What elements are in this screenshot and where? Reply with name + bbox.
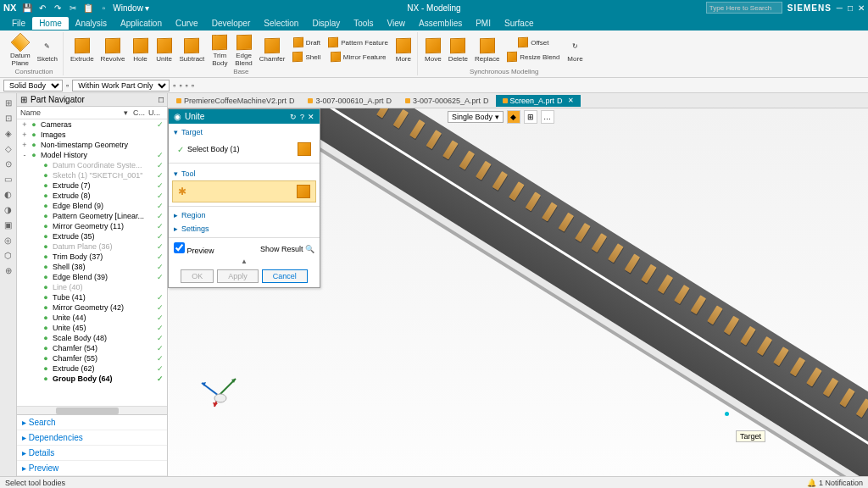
assembly-icon[interactable]: ⊡ xyxy=(3,112,14,124)
tree-node[interactable]: ●Unite (45)✓ xyxy=(17,323,167,333)
rail-icon[interactable]: ⊕ xyxy=(3,264,14,276)
menu-tools[interactable]: Tools xyxy=(347,17,380,30)
collapse-icon[interactable]: ▲ xyxy=(169,258,320,265)
region-header[interactable]: ▸Region xyxy=(169,208,320,222)
ok-button[interactable]: OK xyxy=(181,269,214,283)
rail-icon[interactable]: ◇ xyxy=(3,142,14,154)
chamfer-button[interactable]: Chamfer xyxy=(257,36,288,64)
sketch-button[interactable]: ✎Sketch xyxy=(35,36,60,64)
show-result-button[interactable]: Show Result 🔍 xyxy=(260,245,314,253)
constraint-icon[interactable]: ◈ xyxy=(3,127,14,139)
accordion-dependencies[interactable]: ▸ Dependencies xyxy=(17,430,167,446)
shell-button[interactable]: Shell xyxy=(289,50,323,64)
menu-file[interactable]: File xyxy=(5,17,32,30)
help-icon[interactable]: ? xyxy=(300,113,304,121)
unite-button[interactable]: Unite xyxy=(153,36,175,64)
sel-icon[interactable]: ▫ xyxy=(173,81,175,90)
bell-icon[interactable]: 🔔 xyxy=(807,479,816,487)
resize-blend-button[interactable]: Resize Blend xyxy=(504,50,562,64)
vp-btn[interactable]: ◆ xyxy=(507,110,520,124)
subtract-button[interactable]: Subtract xyxy=(177,36,208,64)
view-triad[interactable] xyxy=(198,366,240,408)
move-button[interactable]: Move xyxy=(422,36,444,64)
rail-icon[interactable]: ▣ xyxy=(3,219,14,230)
pin-icon[interactable]: □ xyxy=(159,95,164,104)
draft-button[interactable]: Draft xyxy=(289,36,323,50)
horizontal-scrollbar[interactable] xyxy=(17,406,167,414)
edge-blend-button[interactable]: Edge Blend xyxy=(232,33,254,68)
close-icon[interactable]: ✕ xyxy=(858,3,865,13)
settings-header[interactable]: ▸Settings xyxy=(169,222,320,236)
tree-node[interactable]: ●Extrude (7)✓ xyxy=(17,180,167,191)
tree-node[interactable]: ●Edge Blend (39)✓ xyxy=(17,272,167,282)
type-filter-select[interactable]: Solid Body xyxy=(3,80,63,92)
tree-node[interactable]: ●Trim Body (37)✓ xyxy=(17,252,167,262)
expand-icon[interactable]: - xyxy=(20,151,29,159)
tree-node[interactable]: ●Datum Plane (36)✓ xyxy=(17,241,167,252)
mirror-feature-button[interactable]: Mirror Feature xyxy=(325,50,391,64)
cut-icon[interactable]: ✂ xyxy=(67,2,79,14)
preview-checkbox[interactable]: Preview xyxy=(174,242,214,255)
menu-developer[interactable]: Developer xyxy=(205,17,258,30)
menu-assemblies[interactable]: Assemblies xyxy=(412,17,469,30)
selection-filter-select[interactable]: Single Body ▾ xyxy=(448,111,504,123)
tree-node[interactable]: ●Sketch (1) "SKETCH_001"✓ xyxy=(17,170,167,180)
tree-node[interactable]: ●Extrude (35)✓ xyxy=(17,231,167,241)
menu-selection[interactable]: Selection xyxy=(257,17,305,30)
window-menu[interactable]: Window ▾ xyxy=(113,3,149,13)
navigator-tree[interactable]: +●Cameras✓+●Images+●Non-timestamp Geomet… xyxy=(17,119,167,406)
trim-body-button[interactable]: Trim Body xyxy=(209,33,231,68)
scope-select[interactable]: Within Work Part Only xyxy=(72,80,170,92)
tool-group-header[interactable]: ▾Tool xyxy=(169,167,320,180)
rail-icon[interactable]: ◎ xyxy=(3,234,14,246)
menu-surface[interactable]: Surface xyxy=(498,17,540,30)
offset-button[interactable]: Offset xyxy=(504,36,562,50)
delete-button[interactable]: Delete xyxy=(446,36,470,64)
tree-node[interactable]: ●Unite (44)✓ xyxy=(17,313,167,323)
rail-icon[interactable]: ◑ xyxy=(3,203,14,215)
expand-icon[interactable]: + xyxy=(20,130,29,139)
revolve-button[interactable]: Revolve xyxy=(98,36,128,64)
apply-button[interactable]: Apply xyxy=(217,269,259,283)
tree-node[interactable]: ●Datum Coordinate Syste...✓ xyxy=(17,160,167,170)
rail-icon[interactable]: ◐ xyxy=(3,188,14,200)
filter-icon[interactable]: ▫ xyxy=(66,81,69,90)
tree-node[interactable]: ●Extrude (8)✓ xyxy=(17,191,167,201)
tree-node[interactable]: +●Images xyxy=(17,130,167,140)
target-group-header[interactable]: ▾Target xyxy=(169,125,320,139)
tree-node[interactable]: ●Mirror Geometry (42)✓ xyxy=(17,302,167,313)
rail-icon[interactable]: ⬡ xyxy=(3,249,14,261)
accordion-preview[interactable]: ▸ Preview xyxy=(17,461,167,476)
more-base-button[interactable]: More xyxy=(392,36,415,64)
menu-home[interactable]: Home xyxy=(32,17,69,30)
copy-icon[interactable]: 📋 xyxy=(82,2,94,14)
expand-icon[interactable]: + xyxy=(20,120,29,129)
extrude-button[interactable]: Extrude xyxy=(68,36,97,64)
accordion-search[interactable]: ▸ Search xyxy=(17,415,167,430)
tree-node[interactable]: ●Edge Blend (9)✓ xyxy=(17,201,167,211)
redo-icon[interactable]: ↷ xyxy=(52,2,64,14)
rail-icon[interactable]: ▭ xyxy=(3,173,14,185)
target-select-row[interactable]: ✓ Select Body (1) xyxy=(172,139,316,159)
body-icon[interactable] xyxy=(298,142,311,156)
tree-node[interactable]: ●Line (40) xyxy=(17,282,167,292)
dialog-titlebar[interactable]: ◉ Unite ↻?✕ xyxy=(169,109,320,124)
sel-icon[interactable]: ▫ xyxy=(192,81,194,90)
tree-node[interactable]: ●Pattern Geometry [Linear...✓ xyxy=(17,211,167,221)
menu-analysis[interactable]: Analysis xyxy=(69,17,114,30)
tree-node[interactable]: ●Chamfer (54)✓ xyxy=(17,343,167,353)
reset-icon[interactable]: ↻ xyxy=(290,113,297,121)
notification-count[interactable]: 1 Notification xyxy=(819,479,863,487)
tool-select-row[interactable]: ✱ xyxy=(172,180,316,202)
tree-node[interactable]: ●Tube (41)✓ xyxy=(17,292,167,302)
minimize-icon[interactable]: ─ xyxy=(837,3,843,13)
search-input[interactable]: Type Here to Search xyxy=(706,2,782,14)
datum-plane-button[interactable]: Datum Plane xyxy=(8,33,33,68)
replace-button[interactable]: Replace xyxy=(472,36,502,64)
tree-node[interactable]: ●Extrude (62)✓ xyxy=(17,363,167,374)
body-icon[interactable] xyxy=(297,185,310,198)
tree-node[interactable]: -●Model History✓ xyxy=(17,150,167,160)
tree-node[interactable]: ●Shell (38)✓ xyxy=(17,262,167,272)
tree-node[interactable]: +●Non-timestamp Geometry xyxy=(17,140,167,150)
close-icon[interactable]: ✕ xyxy=(308,113,314,121)
